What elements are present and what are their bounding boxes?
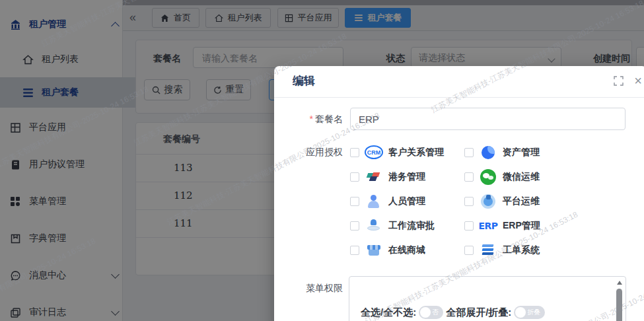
app-checkbox[interactable] [464, 246, 474, 255]
crm-icon: CRM [365, 144, 383, 161]
erp-icon: ERP [479, 217, 497, 234]
app-checkbox[interactable] [350, 172, 359, 182]
scroll-up-icon [617, 281, 622, 285]
ticket-icon [479, 242, 497, 259]
app-checkbox[interactable] [350, 197, 359, 206]
app-option-asset[interactable]: 资产管理 [464, 144, 616, 161]
app-option-online-mall[interactable]: 在线商城 [350, 242, 464, 259]
app-window: 租户管理 租户列表 租户套餐 平台应用 用户协议管理 [0, 0, 644, 321]
app-option-personnel[interactable]: 人员管理 [350, 193, 464, 210]
app-auth-grid: CRM 客户关系管理 资产管理 港务管理 微信运维 人员管理 [350, 140, 634, 262]
required-asterisk: * [310, 114, 313, 124]
wechat-icon [479, 168, 497, 186]
app-checkbox[interactable] [464, 197, 474, 206]
select-all-toggle[interactable]: 否 [419, 306, 443, 319]
select-all-label: 全选/全不选: [361, 306, 416, 319]
app-auth-label: 应用授权 [293, 147, 343, 159]
package-name-field-label: *套餐名 [293, 114, 343, 125]
port-icon [365, 168, 383, 186]
scrollbar[interactable] [616, 279, 623, 321]
menu-permission-label: 菜单权限 [293, 283, 343, 295]
expand-collapse-label: 全部展开/折叠: [446, 306, 511, 319]
app-checkbox[interactable] [464, 148, 474, 157]
workflow-stamp-icon [365, 217, 383, 234]
app-checkbox[interactable] [350, 246, 359, 255]
menu-permission-controls: 全选/全不选: 否 全部展开/折叠: 折叠 [361, 306, 545, 319]
person-icon [365, 193, 383, 210]
asset-icon [479, 144, 497, 161]
app-option-workflow[interactable]: 工作流审批 [350, 217, 464, 234]
app-option-platform-ops[interactable]: 平台运维 [464, 193, 616, 210]
app-checkbox[interactable] [464, 172, 474, 182]
toggle-label: 折叠 [527, 308, 540, 317]
dialog-title: 编辑 [293, 73, 315, 89]
close-icon[interactable]: × [634, 72, 642, 89]
app-option-port[interactable]: 港务管理 [350, 168, 464, 186]
edit-dialog: 编辑 × *套餐名 应用授权 CRM 客户关系管理 资产管理 港务 [274, 66, 644, 321]
app-checkbox[interactable] [464, 221, 474, 231]
platform-icon [479, 193, 497, 210]
app-option-wechat[interactable]: 微信运维 [464, 168, 616, 186]
app-option-ticket-system[interactable]: 工单系统 [464, 242, 616, 259]
app-option-erp[interactable]: ERP ERP管理 [464, 217, 616, 234]
app-checkbox[interactable] [350, 148, 359, 157]
menu-permission-box: 全选/全不选: 否 全部展开/折叠: 折叠 [349, 276, 626, 321]
shop-icon [365, 242, 383, 259]
toggle-label: 否 [432, 308, 439, 317]
fullscreen-icon[interactable] [614, 76, 624, 86]
scrollbar-thumb[interactable] [616, 289, 622, 321]
app-option-crm[interactable]: CRM 客户关系管理 [350, 144, 464, 161]
dialog-header: 编辑 × [274, 66, 644, 98]
app-checkbox[interactable] [350, 221, 359, 231]
expand-collapse-toggle[interactable]: 折叠 [514, 306, 545, 319]
package-name-input[interactable] [350, 108, 626, 130]
